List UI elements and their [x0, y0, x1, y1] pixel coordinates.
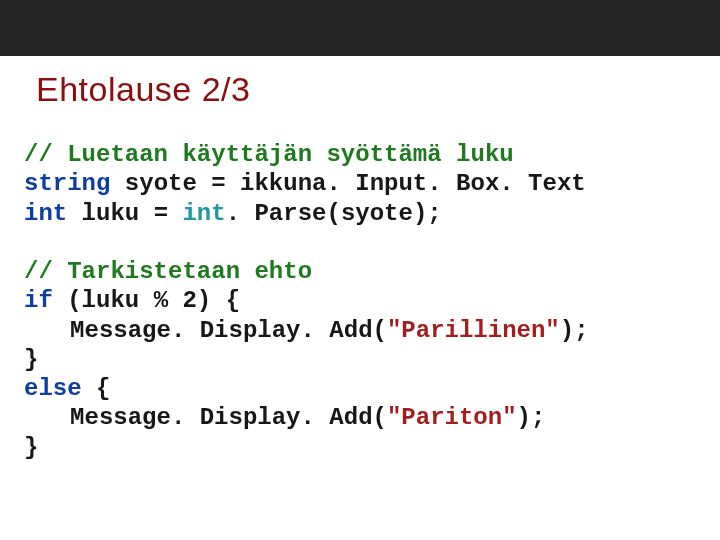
code-text: } [24, 434, 38, 461]
code-text: Message. Display. Add( [70, 404, 387, 431]
code-text: luku = [67, 200, 182, 227]
slide-title: Ehtolause 2/3 [36, 70, 250, 109]
code-text: (luku % 2) { [53, 287, 240, 314]
code-text: syote = ikkuna. Input. Box. Text [110, 170, 585, 197]
code-string: "Parillinen" [387, 317, 560, 344]
code-keyword: else [24, 375, 82, 402]
code-block: // Luetaan käyttäjän syöttämä luku strin… [24, 140, 589, 462]
code-comment: // Luetaan käyttäjän syöttämä luku [24, 141, 514, 168]
code-text: ); [517, 404, 546, 431]
code-text: Message. Display. Add( [70, 317, 387, 344]
code-string: "Pariton" [387, 404, 517, 431]
code-keyword: int [24, 200, 67, 227]
code-text: } [24, 346, 38, 373]
code-keyword: if [24, 287, 53, 314]
code-text: { [82, 375, 111, 402]
code-keyword: string [24, 170, 110, 197]
code-type: int [182, 200, 225, 227]
slide: Ehtolause 2/3 // Luetaan käyttäjän syött… [0, 0, 720, 540]
code-text: . Parse(syote); [226, 200, 442, 227]
code-comment: // Tarkistetaan ehto [24, 258, 312, 285]
top-accent-bar [0, 0, 720, 56]
code-text: ); [560, 317, 589, 344]
